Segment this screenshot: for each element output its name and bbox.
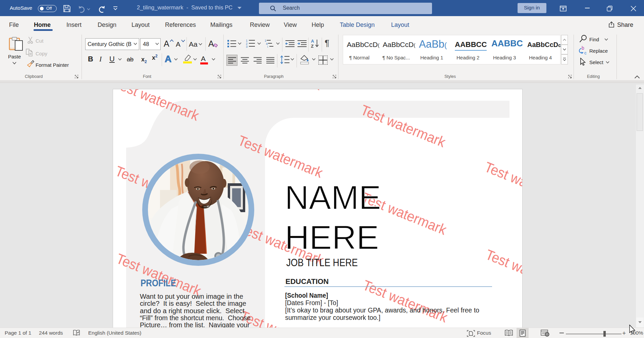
svg-text:A: A [311, 39, 314, 44]
svg-text:Picture… from the list. Navig: Picture… from the list. Navigate your [140, 321, 250, 328]
svg-text:Z: Z [311, 44, 314, 48]
svg-text:JOB TITLE HERE: JOB TITLE HERE [286, 256, 358, 269]
svg-text:Want to put your own image in: Want to put your own image in the [140, 293, 243, 300]
svg-text:HERE: HERE [285, 219, 379, 256]
svg-text:and do a right mouse click. S: and do a right mouse click. Select [140, 307, 245, 315]
svg-text:[Dates From] - [To]: [Dates From] - [To] [285, 299, 338, 306]
svg-text:PROFILE: PROFILE [141, 278, 176, 288]
svg-text:Test watermark: Test watermark [235, 89, 324, 93]
svg-text:EDUCATION: EDUCATION [285, 277, 329, 286]
svg-text:[School Name]: [School Name] [285, 292, 328, 299]
svg-text:c: c [584, 50, 587, 55]
svg-text:summarize your coursework too.: summarize your coursework too.] [285, 314, 380, 321]
svg-text:“Fill” from the shortcut menu.: “Fill” from the shortcut menu. Choose [140, 314, 251, 322]
svg-text:i: i [267, 45, 268, 48]
svg-text:b: b [582, 46, 584, 51]
svg-text:Test watermark: Test watermark [482, 159, 522, 207]
svg-text:Test watermark: Test watermark [483, 246, 522, 295]
svg-text:NAME: NAME [285, 179, 381, 216]
svg-text:circle? It is easy! Select t: circle? It is easy! Select the image [140, 300, 246, 307]
svg-text:3: 3 [246, 45, 248, 48]
svg-text:[It’s okay to brag about your: [It’s okay to brag about your GPA, award… [285, 306, 479, 314]
